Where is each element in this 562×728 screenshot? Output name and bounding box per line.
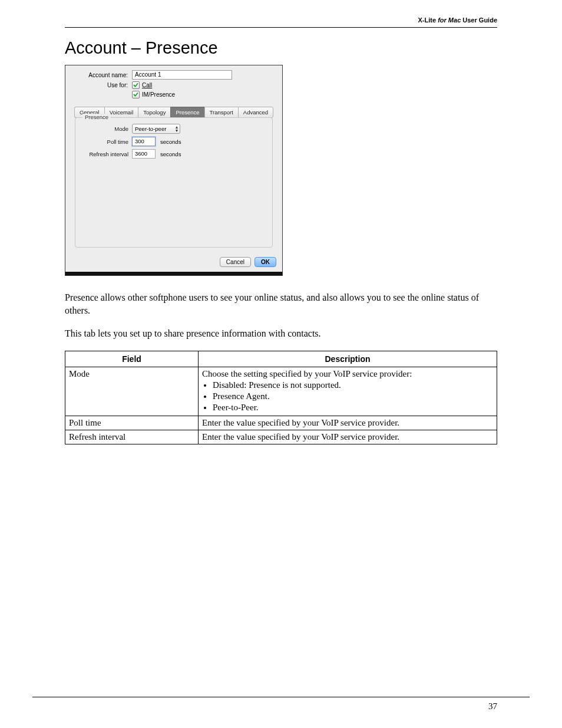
poll-time-label: Poll time: [80, 139, 132, 145]
presence-group: Presence Mode Peer-to-peer ▴▾ Poll time …: [75, 117, 273, 248]
th-field: Field: [65, 351, 199, 367]
use-for-call-label: Call: [142, 82, 152, 88]
settings-screenshot: Account name: Account 1 Use for: Call IM…: [65, 65, 283, 276]
page-number: 37: [488, 701, 497, 711]
mode-dropdown[interactable]: Peer-to-peer ▴▾: [132, 124, 180, 134]
account-name-label: Account name:: [71, 72, 132, 78]
cell-refresh-desc: Enter the value specified by your VoIP s…: [199, 430, 497, 444]
paragraph-2: This tab lets you set up to share presen…: [65, 327, 497, 340]
footer-rule: [32, 697, 530, 697]
group-title: Presence: [82, 114, 111, 120]
page-title: Account – Presence: [65, 38, 497, 58]
tab-topology[interactable]: Topology: [138, 107, 170, 118]
table-row: Refresh interval Enter the value specifi…: [65, 430, 497, 444]
page-header: X-Lite for Mac User Guide: [32, 17, 530, 27]
cell-mode-field: Mode: [65, 367, 199, 416]
tab-presence[interactable]: Presence: [170, 107, 204, 118]
tab-advanced[interactable]: Advanced: [238, 107, 273, 118]
use-for-im-label: IM/Presence: [142, 91, 175, 98]
table-row: Poll time Enter the value specified by y…: [65, 416, 497, 430]
poll-time-unit: seconds: [160, 139, 181, 145]
cell-refresh-field: Refresh interval: [65, 430, 199, 444]
header-platform: for Mac: [438, 17, 461, 24]
use-for-label: Use for:: [71, 82, 132, 88]
check-icon: [133, 83, 138, 88]
refresh-interval-label: Refresh interval: [80, 151, 132, 157]
checkbox-im[interactable]: [132, 91, 140, 98]
cell-poll-desc: Enter the value specified by your VoIP s…: [199, 416, 497, 430]
mode-bullet-3: Peer-to-Peer.: [213, 403, 493, 413]
header-suffix: User Guide: [462, 17, 497, 24]
check-icon: [133, 92, 138, 97]
poll-time-input[interactable]: 300: [132, 137, 156, 146]
header-rule: [65, 27, 497, 28]
cancel-button[interactable]: Cancel: [220, 257, 251, 267]
header-product: X-Lite: [418, 17, 437, 24]
screenshot-footer-bar: [65, 272, 282, 275]
th-description: Description: [199, 351, 497, 367]
field-description-table: Field Description Mode Choose the settin…: [65, 351, 497, 444]
mode-bullet-2: Presence Agent.: [213, 391, 493, 401]
cell-poll-field: Poll time: [65, 416, 199, 430]
chevron-updown-icon: ▴▾: [176, 126, 177, 133]
refresh-interval-unit: seconds: [160, 151, 181, 157]
paragraph-1: Presence allows other softphone users to…: [65, 291, 497, 317]
mode-bullet-1: Disabled: Presence is not supported.: [213, 380, 493, 390]
refresh-interval-input[interactable]: 3600: [132, 149, 156, 159]
ok-button[interactable]: OK: [254, 257, 276, 267]
account-name-input[interactable]: Account 1: [132, 70, 232, 80]
mode-label: Mode: [80, 126, 132, 132]
tab-transport[interactable]: Transport: [204, 107, 238, 118]
checkbox-call[interactable]: [132, 81, 140, 89]
cell-mode-desc: Choose the setting specified by your VoI…: [199, 367, 497, 416]
mode-value: Peer-to-peer: [135, 126, 166, 132]
table-row: Mode Choose the setting specified by you…: [65, 367, 497, 416]
mode-intro: Choose the setting specified by your VoI…: [202, 369, 412, 378]
